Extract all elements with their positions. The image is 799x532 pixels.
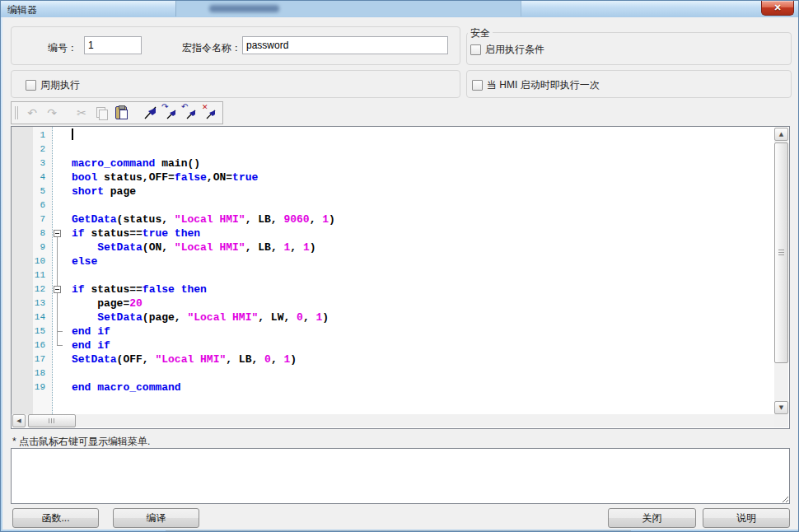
copy-button[interactable] bbox=[92, 104, 110, 122]
undo-icon: ↶ bbox=[27, 106, 37, 119]
code-text[interactable] bbox=[65, 198, 72, 212]
line-number: 3 bbox=[12, 156, 50, 170]
code-text[interactable] bbox=[65, 268, 72, 282]
scroll-left-button[interactable]: ◀ bbox=[12, 414, 26, 427]
fold-collapse-marker[interactable] bbox=[50, 282, 65, 296]
code-line: 10else bbox=[12, 254, 774, 268]
compile-button[interactable]: 编译 bbox=[113, 508, 199, 528]
macro-name-label: 宏指令名称： bbox=[182, 41, 241, 55]
vertical-scrollbar[interactable]: ▲ ▼ bbox=[774, 128, 788, 414]
background-window-tab bbox=[175, 1, 521, 16]
scrollbar-corner bbox=[774, 414, 788, 427]
fold-margin bbox=[50, 128, 65, 142]
code-text[interactable]: if status==false then bbox=[65, 282, 207, 296]
fold-margin bbox=[50, 156, 65, 170]
cut-button[interactable]: ✂ bbox=[72, 104, 91, 122]
bookmark-flag-icon bbox=[143, 105, 158, 120]
enable-condition-checkbox[interactable] bbox=[470, 44, 481, 55]
code-text[interactable]: SetData(page, "Local HMI", LW, 0, 1) bbox=[65, 310, 329, 324]
periodic-checkbox[interactable] bbox=[26, 80, 36, 91]
code-text[interactable]: SetData(OFF, "Local HMI", LB, 0, 1) bbox=[65, 352, 297, 366]
fold-margin bbox=[50, 380, 65, 394]
scroll-down-button[interactable]: ▼ bbox=[774, 401, 788, 414]
periodic-label: 周期执行 bbox=[40, 78, 80, 92]
line-number: 10 bbox=[12, 254, 50, 268]
vertical-scroll-thumb[interactable] bbox=[774, 142, 788, 363]
scroll-up-button[interactable]: ▲ bbox=[774, 128, 788, 141]
macro-name-input[interactable] bbox=[242, 36, 448, 54]
code-line: 3macro_command main() bbox=[12, 156, 774, 170]
fold-margin bbox=[50, 310, 65, 324]
line-number: 13 bbox=[12, 296, 50, 310]
code-text[interactable]: else bbox=[65, 254, 97, 268]
horizontal-scrollbar[interactable]: ◀ ▶ bbox=[12, 414, 788, 427]
line-number: 1 bbox=[12, 128, 50, 142]
fold-margin bbox=[50, 212, 65, 226]
bookmark-clear-button[interactable]: ✕ bbox=[201, 104, 219, 122]
code-text[interactable]: if status==true then bbox=[65, 226, 200, 240]
fold-margin bbox=[50, 338, 65, 352]
code-text[interactable] bbox=[65, 366, 72, 380]
line-number: 6 bbox=[12, 198, 50, 212]
help-button[interactable]: 说明 bbox=[703, 508, 790, 528]
line-number: 15 bbox=[12, 324, 50, 338]
code-line: 13 page=20 bbox=[12, 296, 774, 310]
redo-button[interactable]: ↷ bbox=[43, 104, 61, 122]
code-editor[interactable]: 123macro_command main()4bool status,OFF=… bbox=[11, 126, 790, 429]
code-line: 11 bbox=[12, 268, 774, 282]
code-text[interactable]: macro_command main() bbox=[65, 156, 200, 170]
startup-row: 当 HMI 启动时即执行一次 bbox=[472, 78, 600, 92]
code-text[interactable]: end if bbox=[65, 338, 110, 352]
line-number: 8 bbox=[12, 226, 50, 240]
title-bar[interactable]: 编辑器 bbox=[1, 1, 799, 17]
text-caret bbox=[72, 128, 73, 140]
periodic-row: 周期执行 bbox=[26, 78, 80, 92]
code-line: 15end if bbox=[12, 324, 774, 338]
code-text[interactable] bbox=[65, 142, 72, 156]
right-click-hint: * 点击鼠标右键可显示编辑菜单. bbox=[12, 435, 150, 449]
bookmark-next-button[interactable]: ↷ bbox=[161, 104, 180, 122]
prev-arrow-icon: ↶ bbox=[181, 102, 188, 111]
copy-icon bbox=[96, 107, 107, 119]
functions-button[interactable]: 函数... bbox=[12, 508, 99, 528]
line-number: 2 bbox=[12, 142, 50, 156]
fold-margin bbox=[50, 324, 65, 338]
close-button[interactable]: 关闭 bbox=[608, 508, 696, 528]
fold-margin bbox=[50, 268, 65, 282]
code-line: 7GetData(status, "Local HMI", LB, 9060, … bbox=[12, 212, 774, 226]
code-text[interactable]: end if bbox=[65, 324, 110, 338]
id-label: 编号： bbox=[48, 41, 77, 55]
code-line: 19end macro_command bbox=[12, 380, 774, 394]
bookmark-toggle-button[interactable] bbox=[142, 104, 160, 122]
fold-margin bbox=[50, 198, 65, 212]
startup-label: 当 HMI 启动时即执行一次 bbox=[487, 78, 600, 92]
code-lines[interactable]: 123macro_command main()4bool status,OFF=… bbox=[12, 128, 774, 413]
toolbar-grip[interactable] bbox=[15, 106, 18, 119]
undo-button[interactable]: ↶ bbox=[23, 104, 41, 122]
startup-checkbox[interactable] bbox=[472, 80, 483, 91]
code-text[interactable]: end macro_command bbox=[65, 380, 181, 394]
horizontal-scroll-thumb[interactable] bbox=[28, 414, 76, 427]
compile-message-box[interactable] bbox=[11, 448, 790, 504]
code-text[interactable]: GetData(status, "Local HMI", LB, 9060, 1… bbox=[65, 212, 335, 226]
code-text[interactable]: page=20 bbox=[65, 296, 143, 310]
fold-margin bbox=[50, 170, 65, 184]
security-caption: 安全 bbox=[468, 26, 493, 40]
fold-margin bbox=[50, 184, 65, 198]
fold-margin bbox=[50, 142, 65, 156]
line-number: 11 bbox=[12, 268, 50, 282]
code-text[interactable]: bool status,OFF=false,ON=true bbox=[65, 170, 258, 184]
fold-margin bbox=[50, 352, 65, 366]
code-text[interactable]: SetData(ON, "Local HMI", LB, 1, 1) bbox=[65, 240, 316, 254]
paste-icon bbox=[115, 106, 127, 119]
code-text[interactable]: short page bbox=[65, 184, 136, 198]
paste-button[interactable] bbox=[112, 104, 130, 122]
close-window-button[interactable]: ✕ bbox=[761, 1, 794, 16]
code-line: 5short page bbox=[12, 184, 774, 198]
bookmark-prev-button[interactable]: ↶ bbox=[181, 104, 199, 122]
obscured-text bbox=[209, 5, 279, 12]
next-arrow-icon: ↷ bbox=[161, 102, 168, 111]
code-text[interactable] bbox=[65, 128, 73, 142]
macro-id-input[interactable] bbox=[84, 36, 142, 54]
fold-collapse-marker[interactable] bbox=[50, 226, 65, 240]
